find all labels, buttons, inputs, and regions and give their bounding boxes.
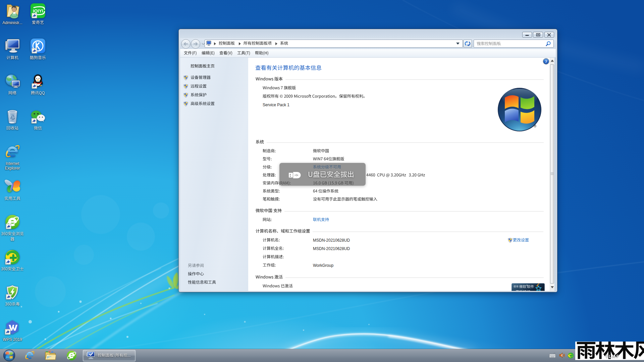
svg-text:?: ? xyxy=(545,59,547,64)
svg-text:iQIYI: iQIYI xyxy=(33,8,43,13)
svg-text:®: ® xyxy=(534,124,536,128)
